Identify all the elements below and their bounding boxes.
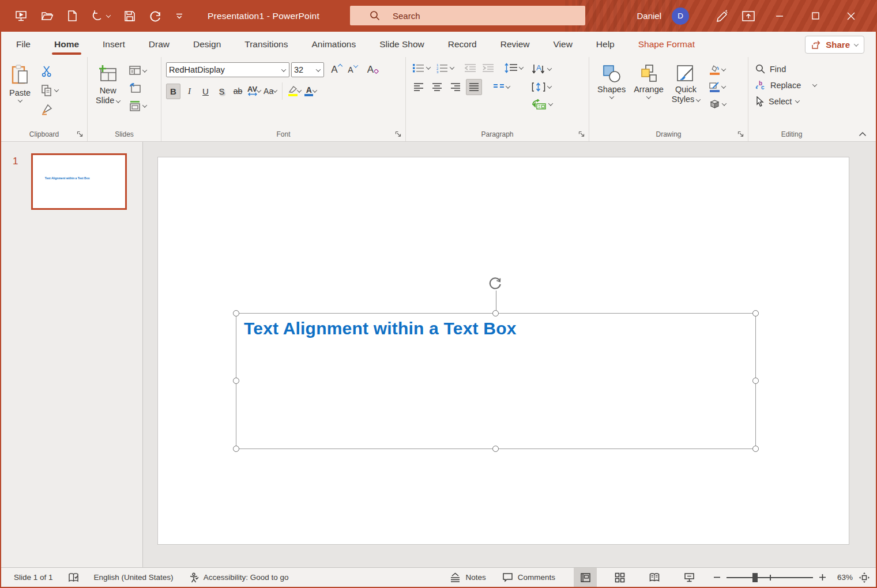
find-button[interactable]: Find xyxy=(753,63,831,76)
zoom-level[interactable]: 63% xyxy=(832,573,853,582)
zoom-slider[interactable] xyxy=(727,577,813,578)
share-dropdown-chevron[interactable] xyxy=(854,42,859,46)
shapes-dropdown-chevron[interactable] xyxy=(609,94,613,99)
redo-icon[interactable] xyxy=(149,10,162,22)
quick-styles-dropdown-chevron[interactable] xyxy=(696,97,701,101)
new-slide-dropdown-chevron[interactable] xyxy=(116,98,121,103)
resize-handle-bottom-center[interactable] xyxy=(492,446,499,452)
drawing-dialog-launcher-icon[interactable] xyxy=(737,131,744,137)
highlight-dropdown-chevron[interactable] xyxy=(297,88,302,92)
spell-check-icon[interactable] xyxy=(65,568,82,587)
quick-styles-button[interactable]: Quick Styles xyxy=(668,62,704,110)
columns-dropdown-chevron[interactable] xyxy=(506,84,510,88)
tab-design[interactable]: Design xyxy=(192,32,222,57)
start-slideshow-icon[interactable] xyxy=(15,10,27,22)
shape-outline-button[interactable] xyxy=(708,81,727,93)
align-text-dropdown-chevron[interactable] xyxy=(547,84,552,88)
text-direction-button[interactable]: A xyxy=(530,63,554,76)
change-case-button[interactable]: Aa xyxy=(263,84,277,99)
increase-indent-button[interactable] xyxy=(480,62,496,74)
font-name-input[interactable] xyxy=(166,62,289,77)
text-direction-dropdown-chevron[interactable] xyxy=(547,66,552,70)
convert-smartart-button[interactable] xyxy=(530,99,554,110)
align-left-button[interactable] xyxy=(411,79,427,95)
rotation-handle-icon[interactable] xyxy=(488,276,503,291)
resize-handle-top-right[interactable] xyxy=(752,310,759,316)
zoom-out-button[interactable] xyxy=(713,574,721,581)
textbox-text[interactable]: Text Alignment within a Text Box xyxy=(244,319,517,338)
line-spacing-button[interactable] xyxy=(503,62,525,74)
reading-view-button[interactable] xyxy=(643,568,666,587)
format-painter-button[interactable] xyxy=(39,102,60,117)
customize-qat-icon[interactable] xyxy=(176,13,183,20)
numbering-dropdown-chevron[interactable] xyxy=(450,65,454,69)
underline-button[interactable]: U xyxy=(198,84,213,99)
font-size-combo[interactable] xyxy=(291,62,324,77)
layout-dropdown-chevron[interactable] xyxy=(142,67,147,72)
char-spacing-dropdown-chevron[interactable] xyxy=(257,88,261,92)
resize-handle-middle-right[interactable] xyxy=(752,378,759,384)
align-center-button[interactable] xyxy=(429,79,445,95)
font-name-combo[interactable] xyxy=(166,62,289,77)
paste-dropdown-chevron[interactable] xyxy=(17,97,22,102)
paste-button[interactable]: Paste xyxy=(6,62,34,117)
align-text-button[interactable] xyxy=(530,81,554,93)
paragraph-dialog-launcher-icon[interactable] xyxy=(578,131,585,137)
zoom-in-button[interactable] xyxy=(819,574,826,581)
justify-button[interactable] xyxy=(466,79,482,95)
line-spacing-dropdown-chevron[interactable] xyxy=(519,65,524,69)
columns-button[interactable] xyxy=(491,82,511,92)
resize-handle-top-center[interactable] xyxy=(492,310,499,316)
text-shadow-button[interactable]: S xyxy=(214,84,229,99)
new-file-icon[interactable] xyxy=(67,10,78,22)
italic-button[interactable]: I xyxy=(182,84,197,99)
arrange-button[interactable]: Arrange xyxy=(630,62,667,110)
slide-thumbnail[interactable]: Text Alignment within a Text Box xyxy=(31,153,127,210)
grow-font-button[interactable]: A xyxy=(329,62,344,77)
decrease-indent-button[interactable] xyxy=(462,62,478,74)
tab-animations[interactable]: Animations xyxy=(310,32,357,57)
font-color-button[interactable]: A xyxy=(303,84,318,99)
align-right-button[interactable] xyxy=(447,79,464,95)
normal-view-button[interactable] xyxy=(574,568,597,587)
section-dropdown-chevron[interactable] xyxy=(142,103,147,107)
clipboard-dialog-launcher-icon[interactable] xyxy=(77,131,83,137)
section-button[interactable] xyxy=(127,99,148,113)
strikethrough-button[interactable]: ab xyxy=(231,84,245,99)
font-color-dropdown-chevron[interactable] xyxy=(313,88,317,92)
resize-handle-top-left[interactable] xyxy=(233,310,239,316)
save-icon[interactable] xyxy=(124,10,135,22)
shrink-font-button[interactable]: A xyxy=(345,62,360,77)
tab-view[interactable]: View xyxy=(552,32,574,57)
search-box[interactable]: Search xyxy=(350,6,585,25)
tab-shape-format[interactable]: Shape Format xyxy=(637,32,696,57)
zoom-slider-thumb[interactable] xyxy=(752,573,758,582)
resize-handle-bottom-left[interactable] xyxy=(233,446,239,452)
slide[interactable]: Text Alignment within a Text Box xyxy=(157,157,849,545)
font-dialog-launcher-icon[interactable] xyxy=(395,131,401,137)
tab-record[interactable]: Record xyxy=(447,32,478,57)
slide-indicator[interactable]: Slide 1 of 1 xyxy=(10,568,57,587)
maximize-button[interactable] xyxy=(797,0,833,32)
shape-fill-button[interactable] xyxy=(708,64,727,76)
shape-effects-dropdown-chevron[interactable] xyxy=(722,101,727,105)
tab-draw[interactable]: Draw xyxy=(148,32,171,57)
collapse-ribbon-icon[interactable] xyxy=(859,131,867,137)
undo-icon[interactable] xyxy=(92,10,110,22)
sparkle-pen-icon[interactable] xyxy=(709,0,735,32)
bold-button[interactable]: B xyxy=(166,84,180,99)
fit-slide-to-window-button[interactable] xyxy=(859,572,870,583)
minimize-button[interactable] xyxy=(762,0,797,32)
comments-button[interactable]: Comments xyxy=(499,568,559,587)
accessibility-status[interactable]: Accessibility: Good to go xyxy=(185,568,292,587)
resize-handle-middle-left[interactable] xyxy=(233,378,239,384)
shape-outline-dropdown-chevron[interactable] xyxy=(721,84,726,88)
slideshow-view-button[interactable] xyxy=(677,568,701,587)
numbering-button[interactable]: 123 xyxy=(434,62,456,74)
shape-fill-dropdown-chevron[interactable] xyxy=(721,66,726,71)
text-highlight-button[interactable] xyxy=(287,84,302,99)
tab-review[interactable]: Review xyxy=(499,32,531,57)
slide-canvas[interactable]: Text Alignment within a Text Box xyxy=(144,142,876,567)
copy-dropdown-chevron[interactable] xyxy=(54,87,59,92)
arrange-dropdown-chevron[interactable] xyxy=(646,94,651,99)
